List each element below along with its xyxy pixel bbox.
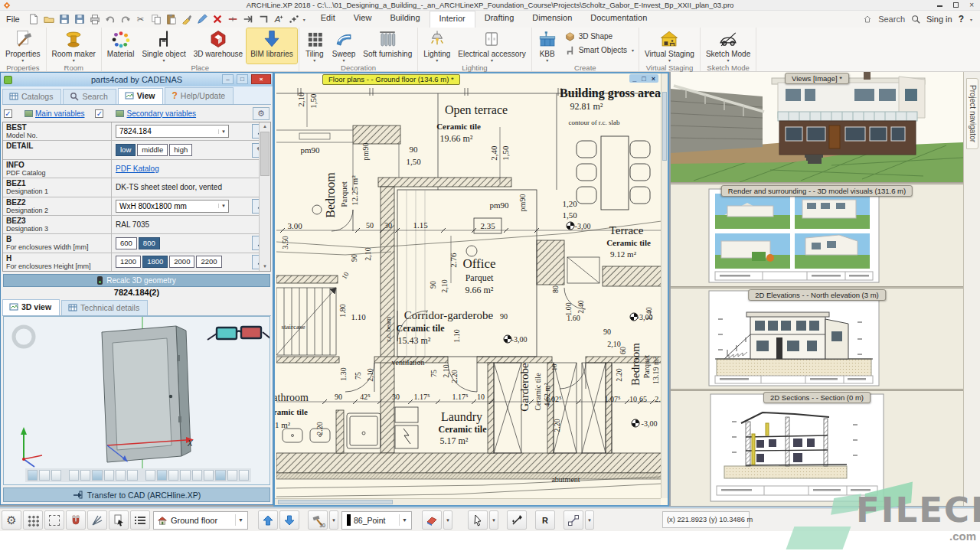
option-button-middle[interactable]: middle xyxy=(137,144,168,156)
dialog-tab-help-update[interactable]: ?Help/Update xyxy=(165,87,234,104)
toolbar-pen-icon[interactable] xyxy=(196,13,209,26)
main-variables-checkbox[interactable]: ✓ xyxy=(4,109,12,118)
plan-close-button[interactable]: × xyxy=(652,75,655,83)
dropdown-caret-icon[interactable]: ▾ xyxy=(491,58,493,63)
tab-technical-details[interactable]: Technical details xyxy=(61,300,148,315)
option-button-2200[interactable]: 2200 xyxy=(196,256,221,268)
dropdown-caret-icon[interactable]: ▾ xyxy=(546,58,548,63)
ribbon-item-room-maker[interactable]: Room maker▾ xyxy=(48,28,100,64)
ribbon-item-lighting[interactable]: Lighting▾ xyxy=(420,28,454,64)
maximize-button[interactable] xyxy=(953,2,959,8)
menu-tab-view[interactable]: View xyxy=(345,11,381,28)
render-panel-tab[interactable]: Render and surrounding - - 3D model visu… xyxy=(721,185,913,197)
tab-3d-view[interactable]: 3D view xyxy=(2,299,60,315)
preview-tool-button[interactable] xyxy=(157,470,167,481)
search-label[interactable]: Search xyxy=(878,15,905,24)
option-button-2000[interactable]: 2000 xyxy=(169,256,194,268)
value-combobox[interactable]: WxH 800x1800 mm▼ xyxy=(116,200,229,213)
grid-toggle-icon[interactable] xyxy=(23,510,43,530)
toolbar-brush-icon[interactable] xyxy=(181,13,194,26)
ribbon-item-kbb[interactable]: KBB▾ xyxy=(534,28,561,64)
search-icon[interactable] xyxy=(911,15,920,24)
dialog-tab-search[interactable]: Search xyxy=(63,89,116,104)
option-button-1200[interactable]: 1200 xyxy=(116,256,141,268)
menu-tab-documentation[interactable]: Documentation xyxy=(581,11,656,28)
preview-tool-button[interactable] xyxy=(180,470,190,481)
dropdown-caret-icon[interactable]: ▾ xyxy=(73,58,75,63)
ribbon-item-sketch-mode[interactable]: Sketch Mode▾ xyxy=(702,28,754,64)
menu-tab-dimension[interactable]: Dimension xyxy=(523,11,581,28)
menu-tab-interior[interactable]: Interior xyxy=(430,11,475,28)
dialog-tab-catalogs[interactable]: Catalogs xyxy=(2,89,61,104)
3d-preview-viewport[interactable]: X xyxy=(3,316,270,485)
snap-magnet-icon[interactable] xyxy=(66,510,86,530)
plan-vertical-scrollbar[interactable] xyxy=(661,73,668,498)
dropdown-caret-icon[interactable]: ▾ xyxy=(668,58,671,63)
dropdown-caret-icon[interactable]: ▾ xyxy=(313,58,315,63)
preview-tool-button[interactable] xyxy=(92,470,102,481)
preview-tool-button[interactable] xyxy=(39,470,49,481)
menu-tab-building[interactable]: Building xyxy=(381,11,429,28)
polyline-nodes-button[interactable] xyxy=(564,510,583,530)
main-variables-label[interactable]: Main variables xyxy=(35,109,84,118)
move-tool-button[interactable] xyxy=(507,510,527,530)
select-cursor-button[interactable] xyxy=(468,510,488,530)
dropdown-caret-icon[interactable]: ▾ xyxy=(727,58,730,63)
plan-hscroll-thumb[interactable] xyxy=(278,500,393,504)
file-menu[interactable]: File xyxy=(0,15,28,24)
ribbon-item-smart-objects[interactable]: Smart Objects▾ xyxy=(564,44,634,56)
toolbar-plus2-icon[interactable] xyxy=(288,13,301,26)
help-button[interactable]: ? xyxy=(959,14,964,24)
toolbar-copy-icon[interactable] xyxy=(150,13,163,26)
dialog-minimize-button[interactable]: – xyxy=(222,74,234,84)
menu-tab-edit[interactable]: Edit xyxy=(312,11,345,28)
views-panel-tab[interactable]: Views [Image] * xyxy=(785,73,849,84)
plan-vscroll-thumb[interactable] xyxy=(662,92,667,161)
ribbon-item-material[interactable]: Material xyxy=(103,28,139,64)
transfer-to-cad-button[interactable]: Transfer to CAD (ARCHline.XP) xyxy=(3,487,270,502)
dialog-close-button[interactable]: × xyxy=(251,74,271,84)
views-panel[interactable] xyxy=(671,72,963,182)
toolbar-save-icon[interactable] xyxy=(74,13,87,26)
floor-plan-window[interactable]: Floor plans - - Ground floor (134.6 m) *… xyxy=(273,72,669,507)
option-button-low[interactable]: low xyxy=(116,144,136,156)
dropdown-caret-icon[interactable]: ▾ xyxy=(436,58,438,63)
dialog-maximize-button[interactable]: □ xyxy=(237,74,248,84)
toolbar-save-icon[interactable] xyxy=(58,13,71,26)
project-navigator-label[interactable]: Project navigator xyxy=(966,78,978,149)
build-tool-button[interactable]: 30 xyxy=(308,510,328,530)
plan-minimize-button[interactable]: _ xyxy=(632,75,636,83)
elevations-panel[interactable] xyxy=(671,289,963,389)
select-caret-icon[interactable]: ▼ xyxy=(489,510,498,530)
value-combobox[interactable]: 7824.184▼ xyxy=(116,125,229,138)
preview-tool-button[interactable] xyxy=(145,470,155,481)
combobox-caret-icon[interactable]: ▼ xyxy=(218,129,228,134)
toolbar-open-icon[interactable] xyxy=(43,13,56,26)
ribbon-item-single-object[interactable]: Single object▾ xyxy=(138,28,189,64)
toolbar-paste-icon[interactable] xyxy=(165,13,178,26)
plan-maximize-button[interactable]: □ xyxy=(642,75,645,83)
preview-tool-button[interactable] xyxy=(168,470,178,481)
floor-selector[interactable]: Ground floor ▼ xyxy=(153,511,248,530)
scrollbar-thumb[interactable] xyxy=(260,132,270,176)
preview-tool-button[interactable] xyxy=(215,470,225,481)
ribbon-item-tiling[interactable]: Tiling▾ xyxy=(301,28,328,64)
ribbon-item-properties[interactable]: Properties▾ xyxy=(2,28,44,64)
ribbon-item-3d-shape[interactable]: 3D Shape xyxy=(564,31,634,42)
list-options-icon[interactable] xyxy=(130,510,150,530)
toolbar-seg-icon[interactable] xyxy=(227,13,240,26)
recalc-3d-geometry-button[interactable]: Recalc 3D geometry xyxy=(3,274,270,287)
home-icon[interactable] xyxy=(863,15,872,24)
ribbon-item-3d-warehouse[interactable]: 3D warehouse xyxy=(190,28,247,64)
ribbon-item-soft-furnishing[interactable]: Soft furnishing xyxy=(359,28,416,64)
toolbar-redo-icon[interactable] xyxy=(119,13,132,26)
ribbon-item-electrical-accessory[interactable]: Electrical accessory▾ xyxy=(454,28,529,64)
plan-horizontal-scrollbar[interactable] xyxy=(275,498,661,505)
toolbar-atext-icon[interactable] xyxy=(273,13,286,26)
preview-tool-button[interactable] xyxy=(69,470,79,481)
floor-plan-title-tab[interactable]: Floor plans - - Ground floor (134.6 m) * xyxy=(322,74,460,85)
toolbar-print-icon[interactable] xyxy=(89,13,102,26)
preview-tool-button[interactable] xyxy=(51,470,61,481)
settings-gear-icon[interactable]: ⚙ xyxy=(2,510,21,530)
toolbar-snap-icon[interactable] xyxy=(242,13,255,26)
